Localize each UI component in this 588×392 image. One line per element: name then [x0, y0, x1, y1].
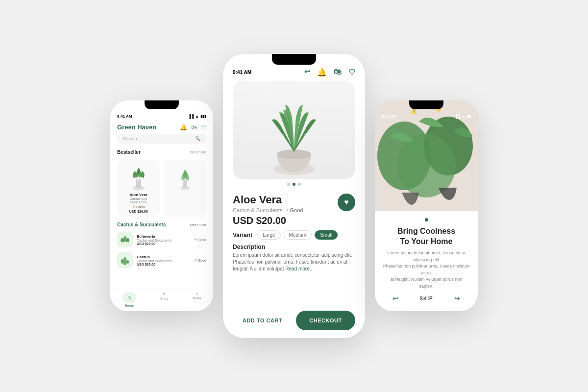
dot-2 — [293, 183, 295, 186]
see-more-cactus[interactable]: see more — [190, 222, 206, 227]
see-more-bestseller[interactable]: see more — [190, 150, 206, 154]
back-icon-center[interactable]: ↩ — [304, 68, 310, 77]
slide-indicator — [383, 218, 470, 221]
nav-home[interactable]: ⌂ Home — [122, 292, 136, 307]
badge-label-2: Good — [198, 259, 206, 262]
favorite-button[interactable]: ♥ — [338, 194, 355, 211]
cactus-img — [118, 253, 132, 267]
svg-point-14 — [281, 139, 283, 141]
wifi-icon: ▲ — [195, 114, 199, 119]
star-icon: ★ — [132, 205, 135, 209]
shop-icon: ⊞ — [163, 292, 166, 296]
nav-menu[interactable]: ≡ Menu — [193, 292, 201, 307]
product-price: USD $20.00 — [233, 215, 355, 226]
heart-icon-center[interactable]: ♡ — [348, 68, 355, 77]
notch-center — [272, 54, 316, 65]
echeveria-img — [118, 233, 132, 246]
svg-point-17 — [306, 139, 307, 141]
bestseller-cat-1: Cactus and Succulents — [121, 197, 156, 204]
notch-right — [409, 100, 443, 109]
svg-point-18 — [288, 120, 289, 121]
back-nav-right[interactable]: ↩ — [392, 294, 398, 302]
svg-rect-4 — [183, 180, 187, 188]
variant-small[interactable]: Small — [315, 230, 338, 240]
product-header: Aloe Vera Cactus & Succulents ★ Good ♥ — [233, 194, 355, 213]
bag-icon-center[interactable]: 🛍 — [334, 68, 342, 77]
bell-icon[interactable]: 🔔 — [180, 124, 187, 131]
list-item-2[interactable]: Cactus Cactus and Succulents USD $30.00 … — [110, 250, 213, 270]
bag-icon[interactable]: 🛍 — [191, 124, 197, 131]
bestseller-name-1: Aloe Vera — [121, 193, 156, 197]
list-plant-info-1: Echeveria Cactus and Succulents USD $20.… — [137, 234, 190, 245]
add-to-cart-button[interactable]: ADD TO CART — [233, 311, 292, 330]
list-plant-cat-1: Cactus and Succulents — [137, 239, 190, 242]
list-item-1[interactable]: Echeveria Cactus and Succulents USD $20.… — [110, 229, 213, 250]
variant-large[interactable]: Large — [257, 230, 281, 240]
signal-right: ▐▐ — [455, 114, 460, 119]
bestseller-card-1[interactable]: Aloe Vera Cactus and Succulents ★ Good U… — [117, 160, 160, 217]
star-icon-product: ★ — [286, 208, 289, 212]
bottom-nav: ⌂ Home ⊞ Shop ≡ Menu — [110, 289, 213, 311]
product-category-row: Cactus & Succulents ★ Good — [233, 207, 303, 213]
notch-left — [145, 100, 179, 109]
aloe-img-small — [126, 164, 151, 191]
bestseller-card-2[interactable] — [164, 160, 206, 217]
svg-rect-5 — [123, 257, 126, 265]
time-center: 9:41 AM — [233, 70, 251, 75]
product-category: Cactus & Succulents — [233, 207, 283, 213]
bestseller-label: Bestseller — [117, 149, 141, 155]
phone-left: 9:41 AM ▐▐ ▲ ▮▮▮ Green Haven 🔔 🛍 ♡ Searc… — [110, 100, 213, 311]
dot-1 — [287, 183, 290, 186]
good-badge: ★ Good — [286, 207, 303, 213]
bestseller-header: Bestseller see more — [110, 147, 213, 157]
search-bar[interactable]: Search 🔍 — [117, 134, 206, 144]
shop-label: Shop — [160, 297, 168, 300]
battery-icon: ▮▮▮ — [200, 114, 206, 119]
read-more-link[interactable]: Read more... — [285, 266, 314, 271]
product-name: Aloe Vera — [233, 194, 303, 206]
scene: 9:41 AM ▐▐ ▲ ▮▮▮ Green Haven 🔔 🛍 ♡ Searc… — [0, 0, 588, 392]
time-left: 9:41 AM — [117, 114, 132, 119]
search-icon: 🔍 — [195, 136, 200, 141]
bestseller-grid: Aloe Vera Cactus and Succulents ★ Good U… — [110, 157, 213, 220]
cactus-section-header: Cactus & Succulents see more — [110, 220, 213, 229]
wifi-right: ▲ — [462, 114, 466, 119]
dot-indicator — [223, 183, 365, 186]
description-text: Lorem ipsum dolor sit amet, consectetur … — [233, 252, 355, 272]
app-name: Green Haven — [117, 123, 156, 131]
badge-label-1: Good — [198, 238, 206, 242]
heart-icon[interactable]: ♡ — [201, 124, 206, 131]
search-placeholder: Search — [123, 136, 137, 141]
promo-description: Lorem ipsum dolor sit amet, consectetur … — [383, 250, 470, 290]
dot-3 — [298, 183, 301, 186]
svg-point-12 — [285, 129, 286, 131]
skip-button[interactable]: SKIP — [419, 296, 433, 301]
nav-shop[interactable]: ⊞ Shop — [160, 292, 168, 307]
right-body: Bring CoolnessTo Your Home Lorem ipsum d… — [375, 211, 478, 311]
product-image-area — [233, 81, 355, 179]
badge-text-1: Good — [136, 205, 145, 209]
center-header-icons: ↩ 🔔 🛍 ♡ — [304, 68, 355, 77]
active-dot — [425, 218, 428, 221]
home-label: Home — [124, 304, 134, 307]
variant-medium[interactable]: Medium — [284, 230, 312, 240]
bestseller-price-1: USD $20.00 — [121, 210, 156, 213]
good-text: Good — [290, 207, 303, 213]
right-nav: ↩ SKIP ↪ — [383, 290, 470, 306]
checkout-button[interactable]: CHECKOUT — [296, 311, 355, 330]
bestseller-badge-1: ★ Good — [121, 205, 156, 209]
battery-right: ▮▮ — [467, 114, 471, 119]
svg-point-19 — [299, 120, 300, 121]
home-icon-bg: ⌂ — [122, 292, 136, 303]
cactus-section-label: Cactus & Succulents — [117, 222, 166, 227]
svg-point-13 — [283, 134, 284, 136]
svg-point-16 — [304, 134, 306, 136]
star-icon-list-2: ★ — [194, 258, 197, 262]
bell-icon-center[interactable]: 🔔 — [317, 68, 327, 77]
forward-nav-right[interactable]: ↪ — [454, 294, 460, 302]
list-plant-name-2: Cactus — [137, 255, 190, 259]
menu-icon: ≡ — [196, 292, 198, 295]
left-phone-content: 9:41 AM ▐▐ ▲ ▮▮▮ Green Haven 🔔 🛍 ♡ Searc… — [110, 100, 213, 311]
list-badge-1: ★ Good — [194, 238, 206, 242]
list-plant-cat-2: Cactus and Succulents — [137, 259, 190, 263]
